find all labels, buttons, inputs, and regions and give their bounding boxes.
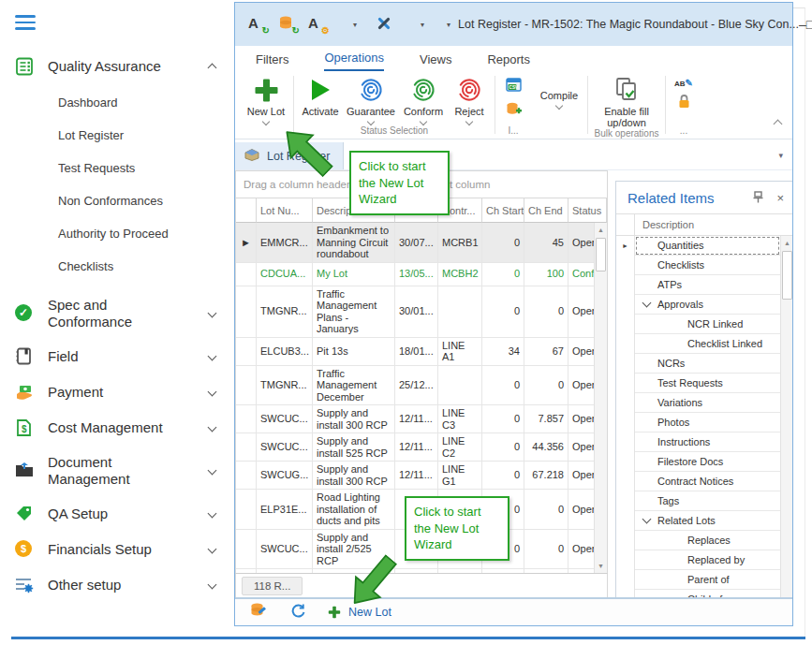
reject-button[interactable]: Reject — [448, 74, 491, 125]
column-header-ch-start[interactable]: Ch Start — [482, 198, 524, 223]
scroll-down-icon[interactable]: ▼ — [781, 595, 792, 597]
lock-icon[interactable] — [678, 95, 690, 112]
sidebar-item-qa-setup[interactable]: QA Setup — [0, 496, 234, 532]
column-header-lot-number[interactable]: Lot Nu... — [257, 198, 313, 223]
cell-ch-start: 0 — [482, 433, 524, 462]
row-indicator — [616, 334, 635, 354]
sidebar-item-document-management[interactable]: Document Management — [0, 446, 234, 496]
activate-button[interactable]: Activate — [298, 74, 343, 117]
list-item[interactable]: ATPs — [616, 275, 792, 295]
sidebar-item-spec-and-conformance[interactable]: ✓ Spec and Conformance — [0, 288, 234, 339]
sidebar-item-field[interactable]: Field — [0, 339, 234, 374]
list-item[interactable]: Contract Notices — [616, 472, 792, 491]
new-lot-button[interactable]: New Lot — [243, 74, 289, 125]
table-row[interactable]: TMGNR... Traffic Management December 25/… — [236, 366, 607, 406]
row-indicator — [616, 393, 635, 413]
close-panel-icon[interactable]: × — [776, 191, 784, 205]
cell-description: Traffic Management Plans - Januarys — [313, 286, 395, 338]
conform-button[interactable]: Conform — [399, 74, 448, 125]
tab-list-caret-icon[interactable]: ▾ — [778, 151, 783, 160]
tab-views[interactable]: Views — [420, 52, 451, 71]
grid-vertical-scrollbar[interactable]: ▲ ▼ — [594, 223, 607, 573]
sidebar-subitem[interactable]: Lot Register — [0, 119, 234, 152]
scroll-thumb[interactable] — [782, 251, 792, 300]
export-csv-icon[interactable]: CSV — [506, 78, 522, 95]
hamburger-menu-icon[interactable] — [15, 15, 37, 30]
window-menu-caret-icon[interactable]: ▾ — [447, 21, 450, 29]
list-item[interactable]: Checklists — [616, 256, 792, 275]
list-item[interactable]: Instructions — [616, 432, 792, 452]
sidebar-item-payment[interactable]: Payment — [0, 374, 234, 410]
sidebar-subitem[interactable]: Authority to Proceed — [0, 217, 234, 250]
refresh-data-icon[interactable]: ↻ — [278, 15, 297, 34]
cell-ch-end: 7.857 — [524, 405, 568, 433]
enable-fill-button[interactable]: Enable fill up/down — [592, 74, 661, 128]
compile-button[interactable]: Compile — [535, 74, 583, 109]
tab-operations[interactable]: Operations — [324, 51, 384, 71]
expand-chevron-icon[interactable] — [635, 519, 657, 522]
list-item[interactable]: Parent of — [616, 570, 792, 590]
table-row[interactable]: SWCUG... Supply and install 300 RCP 12/1… — [236, 462, 607, 490]
scroll-thumb[interactable] — [596, 238, 606, 271]
related-item-label: Replaces — [687, 535, 731, 546]
guarantee-button[interactable]: Guarantee — [343, 74, 399, 125]
table-row[interactable]: ELCUB3... Pit 13s 18/01... LINE A1 34 67… — [236, 338, 607, 366]
collapse-ribbon-icon[interactable] — [775, 114, 781, 131]
rename-ab-icon[interactable]: AB✎ — [674, 78, 693, 88]
sidebar-subitem[interactable]: Dashboard — [0, 86, 234, 119]
list-item[interactable]: Quantities — [616, 236, 792, 256]
sidebar-subitem[interactable]: Checklists — [0, 250, 234, 283]
panel-title: Related Items — [627, 190, 715, 206]
scroll-down-icon[interactable]: ▼ — [595, 559, 607, 573]
pin-icon[interactable] — [753, 190, 763, 206]
list-item[interactable]: Replaces — [616, 531, 792, 550]
table-row[interactable]: TMGNR... Traffic Management Plans - Janu… — [236, 286, 607, 338]
sidebar-item-cost-management[interactable]: $ Cost Management — [0, 410, 234, 446]
table-row[interactable]: EMMCR... Embankment to Manning Circuit r… — [236, 223, 607, 263]
scroll-up-icon[interactable]: ▲ — [781, 236, 792, 250]
table-row[interactable]: SWCUC... Supply and install 525 RCP 12/1… — [236, 433, 607, 462]
list-item[interactable]: Approvals — [616, 295, 792, 315]
list-item[interactable]: Test Requests — [616, 374, 792, 393]
column-header-status[interactable]: Status — [568, 198, 607, 223]
tools-icon[interactable] — [376, 15, 394, 34]
table-row[interactable]: SWCUC... Supply and install 300 RCP 12/1… — [236, 405, 607, 433]
tab-reports[interactable]: Reports — [487, 52, 530, 71]
edit-data-icon[interactable] — [250, 603, 268, 623]
cell-contract: LINE G1 — [438, 462, 482, 490]
cell-description: Supply and install 300 RCP — [313, 462, 395, 490]
sidebar-item-quality-assurance[interactable]: Quality Assurance — [0, 49, 234, 84]
list-item[interactable]: Variations — [616, 393, 792, 413]
minimize-button[interactable]: – — [799, 3, 806, 46]
user-settings-icon[interactable]: A⚙ — [308, 15, 327, 34]
table-row[interactable]: PCHB3... Subgrade Treatment in 14/11... … — [236, 569, 607, 573]
sidebar-subitem[interactable]: Non Conformances — [0, 184, 234, 217]
list-item[interactable]: Checklist Linked — [616, 334, 792, 354]
sidebar-subitem[interactable]: Test Requests — [0, 152, 234, 184]
add-data-icon[interactable] — [506, 102, 522, 121]
payment-icon — [15, 383, 34, 402]
sidebar-item-other-setup[interactable]: Other setup — [0, 567, 234, 603]
list-item[interactable]: Tags — [616, 491, 792, 511]
refresh-lots-icon[interactable]: A↻ — [248, 15, 267, 34]
list-item[interactable]: Related Lots — [616, 511, 792, 531]
related-vertical-scrollbar[interactable]: ▲ ▼ — [780, 236, 792, 597]
dropdown-caret-icon[interactable]: ▾ — [421, 21, 424, 29]
sidebar-item-financials-setup[interactable]: $ Financials Setup — [0, 532, 234, 567]
maximize-button[interactable]: □ — [806, 3, 812, 46]
list-item[interactable]: Child of — [616, 590, 792, 597]
dropdown-caret-icon[interactable]: ▾ — [353, 21, 357, 29]
record-count-badge[interactable]: 118 R... — [242, 577, 303, 595]
expand-chevron-icon[interactable] — [635, 302, 657, 306]
table-row[interactable]: CDCUA... My Lot 13/05... MCBH2 0 100 Con… — [236, 263, 607, 286]
list-item[interactable]: Photos — [616, 413, 792, 432]
column-header-description[interactable]: Description — [635, 214, 792, 235]
list-item[interactable]: Replaced by — [616, 550, 792, 570]
scroll-up-icon[interactable]: ▲ — [595, 223, 607, 237]
refresh-icon[interactable] — [290, 603, 305, 622]
list-item[interactable]: NCRs — [616, 354, 792, 374]
list-item[interactable]: NCR Linked — [616, 315, 792, 334]
column-header-ch-end[interactable]: Ch End — [524, 198, 568, 223]
list-item[interactable]: Filestore Docs — [616, 452, 792, 472]
tab-filters[interactable]: Filters — [256, 52, 288, 71]
